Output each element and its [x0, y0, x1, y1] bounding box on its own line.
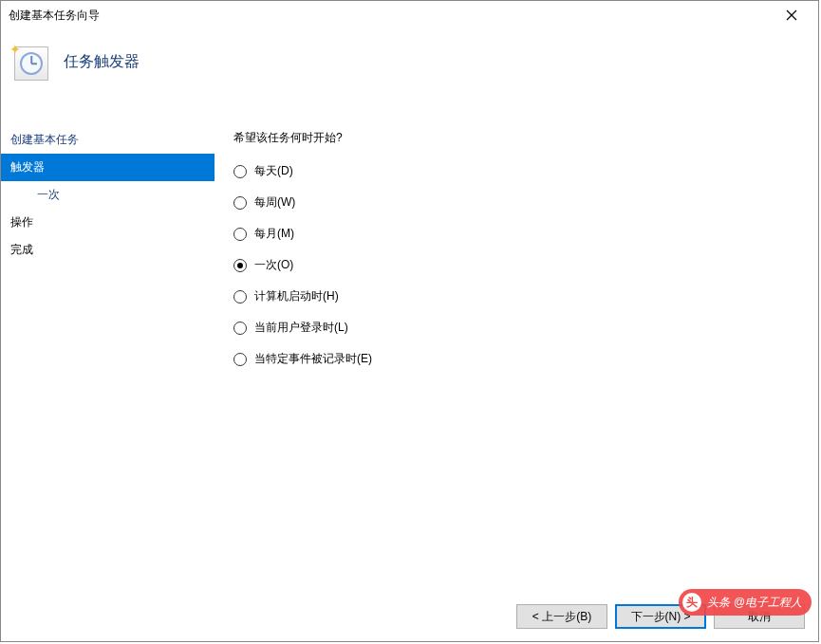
cancel-button[interactable]: 取消: [714, 604, 805, 629]
radio-label: 当前用户登录时(L): [254, 320, 348, 336]
wizard-content: 希望该任务何时开始? 每天(D)每周(W)每月(M)一次(O)计算机启动时(H)…: [215, 124, 818, 592]
radio-option[interactable]: 每周(W): [233, 194, 799, 211]
radio-option[interactable]: 一次(O): [233, 257, 799, 273]
wizard-window: 创建基本任务向导 ✦ 任务触发器 创建基本任务触发器一次操作完成 希望该任务何时…: [0, 0, 819, 642]
page-title: 任务触发器: [64, 46, 140, 72]
radio-icon: [233, 165, 247, 178]
radio-label: 一次(O): [254, 257, 293, 273]
wizard-footer: < 上一步(B) 下一步(N) > 取消: [1, 592, 818, 641]
radio-icon: [233, 290, 247, 304]
wizard-body: 创建基本任务触发器一次操作完成 希望该任务何时开始? 每天(D)每周(W)每月(…: [1, 124, 818, 592]
nav-item[interactable]: 完成: [1, 236, 215, 264]
radio-option[interactable]: 计算机启动时(H): [233, 288, 799, 304]
nav-item[interactable]: 触发器: [1, 154, 215, 181]
wizard-nav: 创建基本任务触发器一次操作完成: [1, 124, 215, 592]
radio-option[interactable]: 每天(D): [233, 163, 799, 179]
radio-label: 每月(M): [254, 226, 294, 242]
close-button[interactable]: [773, 2, 811, 28]
nav-item[interactable]: 操作: [1, 209, 215, 236]
new-star-icon: ✦: [9, 42, 21, 57]
radio-label: 当特定事件被记录时(E): [254, 351, 372, 367]
task-scheduler-icon: ✦: [14, 46, 48, 81]
titlebar: 创建基本任务向导: [1, 1, 818, 29]
radio-option[interactable]: 每月(M): [233, 226, 799, 242]
radio-option[interactable]: 当特定事件被记录时(E): [233, 351, 799, 367]
radio-icon: [233, 353, 247, 366]
radio-option[interactable]: 当前用户登录时(L): [233, 320, 799, 336]
radio-icon: [233, 259, 247, 272]
wizard-header: ✦ 任务触发器: [1, 29, 818, 124]
radio-label: 每周(W): [254, 194, 295, 211]
radio-icon: [233, 322, 247, 335]
prompt-text: 希望该任务何时开始?: [233, 130, 799, 146]
window-title: 创建基本任务向导: [9, 8, 773, 24]
back-button[interactable]: < 上一步(B): [516, 604, 607, 629]
radio-label: 计算机启动时(H): [254, 288, 339, 304]
radio-icon: [233, 228, 247, 241]
radio-icon: [233, 196, 247, 210]
clock-icon: [20, 52, 43, 75]
trigger-radio-group: 每天(D)每周(W)每月(M)一次(O)计算机启动时(H)当前用户登录时(L)当…: [233, 163, 799, 367]
nav-item[interactable]: 一次: [1, 181, 215, 209]
nav-item[interactable]: 创建基本任务: [1, 126, 215, 154]
next-button[interactable]: 下一步(N) >: [615, 604, 706, 629]
close-icon: [786, 9, 797, 21]
radio-label: 每天(D): [254, 163, 293, 179]
